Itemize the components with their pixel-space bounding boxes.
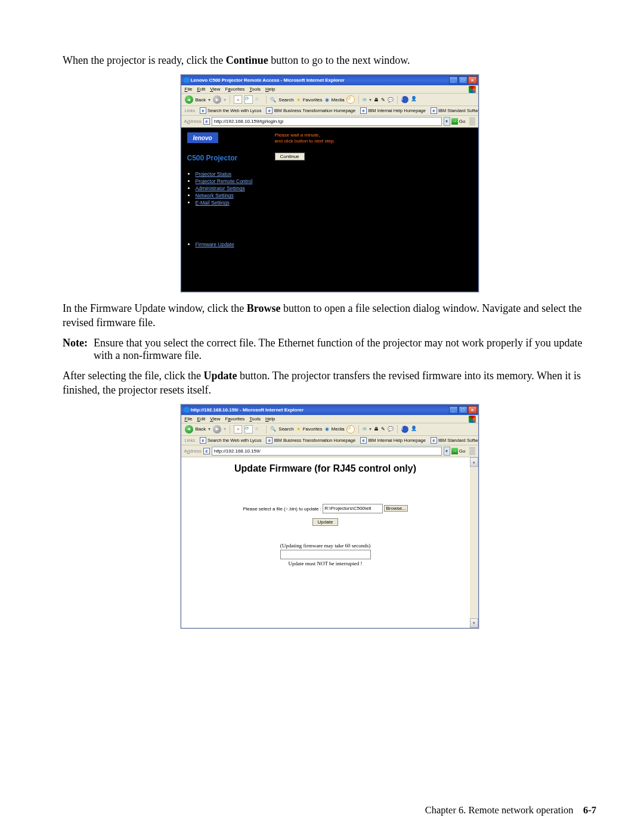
mail-icon[interactable]: ✉ bbox=[363, 97, 367, 103]
stop-icon[interactable]: × bbox=[234, 425, 242, 433]
link-biztrans[interactable]: eIBM Business Transformation Homepage bbox=[266, 437, 355, 444]
menu-file[interactable]: File bbox=[185, 416, 193, 422]
menu-tools[interactable]: Tools bbox=[249, 86, 261, 92]
nav-remote-control[interactable]: Projector Remote Control bbox=[196, 178, 253, 184]
go-label[interactable]: Go bbox=[459, 448, 466, 454]
home-icon[interactable]: ⌂ bbox=[255, 96, 262, 103]
discuss-icon[interactable]: 💬 bbox=[388, 97, 394, 103]
update-page: ▴ ▾ Update Firmware (for RJ45 control on… bbox=[181, 457, 478, 628]
para3: After selecting the file, click the Upda… bbox=[63, 369, 596, 397]
messenger-icon[interactable]: 👤 bbox=[411, 426, 418, 433]
note-label: Note: bbox=[63, 337, 94, 362]
search-label[interactable]: Search bbox=[278, 426, 293, 432]
browse-button[interactable]: Browse... bbox=[384, 505, 407, 512]
sidebar: lenovo C500 Projector Projector Status P… bbox=[181, 128, 269, 292]
favorites-icon[interactable]: ★ bbox=[296, 426, 301, 432]
refresh-icon[interactable]: ⟳ bbox=[244, 95, 253, 104]
refresh-icon[interactable]: ⟳ bbox=[244, 425, 253, 433]
forward-icon[interactable]: ► bbox=[213, 425, 221, 433]
print-icon[interactable]: 🖶 bbox=[374, 97, 379, 103]
search-label[interactable]: Search bbox=[278, 97, 293, 103]
link-help[interactable]: eIBM Internal Help Homepage bbox=[360, 107, 426, 114]
link-installer[interactable]: eIBM Standard Software Installer bbox=[431, 107, 478, 114]
menu-edit[interactable]: Edit bbox=[197, 416, 205, 422]
scrollbar[interactable]: ▴ ▾ bbox=[470, 457, 478, 628]
toolbar-2: ◄ Back ▾ ► ▾ × ⟳ ⌂ 🔍 Search ★ Favorites … bbox=[181, 423, 478, 436]
search-icon[interactable]: 🔍 bbox=[270, 426, 276, 432]
file-path-input[interactable] bbox=[323, 504, 383, 513]
back-label[interactable]: Back bbox=[196, 426, 206, 432]
media-label[interactable]: Media bbox=[332, 97, 345, 103]
favorites-icon[interactable]: ★ bbox=[296, 97, 301, 103]
address-dropdown[interactable]: ▾ bbox=[444, 117, 450, 126]
nav-projector-status[interactable]: Projector Status bbox=[196, 171, 231, 177]
go-label[interactable]: Go bbox=[459, 119, 466, 124]
maximize-button[interactable]: □ bbox=[459, 76, 467, 84]
nav-network-settings[interactable]: Network Settings bbox=[196, 193, 234, 199]
update-button[interactable]: Update bbox=[312, 518, 339, 526]
menu-file[interactable]: File bbox=[185, 86, 193, 92]
discuss-icon[interactable]: 💬 bbox=[388, 426, 394, 432]
forward-icon[interactable]: ► bbox=[213, 95, 221, 104]
media-icon[interactable]: ◉ bbox=[325, 426, 329, 432]
address-input-2[interactable] bbox=[212, 447, 442, 456]
go-icon[interactable]: → bbox=[451, 118, 458, 125]
minimize-button[interactable]: _ bbox=[449, 76, 458, 84]
menu-edit[interactable]: Edit bbox=[197, 86, 205, 92]
wait-message-2: and click button to next step. bbox=[275, 138, 472, 144]
progress-bar bbox=[280, 550, 371, 559]
info-icon[interactable]: i bbox=[401, 426, 408, 433]
print-icon[interactable]: 🖶 bbox=[374, 426, 379, 432]
home-icon[interactable]: ⌂ bbox=[255, 426, 262, 433]
link-help[interactable]: eIBM Internal Help Homepage bbox=[360, 437, 426, 444]
scroll-up-icon[interactable]: ▴ bbox=[470, 457, 478, 467]
back-icon[interactable]: ◄ bbox=[185, 425, 193, 433]
history-icon[interactable]: ↺ bbox=[346, 95, 355, 104]
menu-help[interactable]: Help bbox=[265, 416, 275, 422]
window-title-2: http://192.168.10.159/ - Microsoft Inter… bbox=[191, 407, 449, 413]
go-icon[interactable]: → bbox=[451, 448, 458, 454]
address-input[interactable] bbox=[212, 117, 442, 126]
maximize-button[interactable]: □ bbox=[459, 406, 467, 414]
edit-icon[interactable]: ✎ bbox=[381, 426, 385, 432]
link-installer[interactable]: eIBM Standard Software Installer bbox=[431, 437, 478, 444]
media-label[interactable]: Media bbox=[332, 426, 345, 432]
menu-bar: File Edit View Favorites Tools Help bbox=[181, 85, 478, 94]
toolbar: ◄ Back ▾ ► ▾ × ⟳ ⌂ 🔍 Search ★ Favorites … bbox=[181, 94, 478, 106]
stop-icon[interactable]: × bbox=[234, 95, 242, 104]
nav-firmware-update[interactable]: Firmware Update bbox=[196, 241, 234, 247]
nav-email-settings[interactable]: E-Mail Settings bbox=[196, 200, 230, 206]
address-bar: Address e ▾ → Go bbox=[181, 116, 478, 128]
menu-favorites[interactable]: Favorites bbox=[225, 86, 244, 92]
back-icon[interactable]: ◄ bbox=[185, 95, 193, 104]
menu-view[interactable]: View bbox=[210, 86, 220, 92]
link-lycos[interactable]: eSearch the Web with Lycos bbox=[200, 107, 261, 114]
menu-tools[interactable]: Tools bbox=[249, 416, 261, 422]
back-label[interactable]: Back bbox=[196, 97, 206, 103]
favorites-label[interactable]: Favorites bbox=[303, 426, 323, 432]
progress-caption: (Updating firmware may take 60 seconds) bbox=[181, 543, 470, 549]
history-icon[interactable]: ↺ bbox=[346, 425, 355, 433]
close-button[interactable]: × bbox=[468, 406, 477, 414]
menu-favorites[interactable]: Favorites bbox=[225, 416, 244, 422]
menu-help[interactable]: Help bbox=[265, 86, 275, 92]
edit-icon[interactable]: ✎ bbox=[381, 97, 385, 103]
link-lycos[interactable]: eSearch the Web with Lycos bbox=[200, 437, 261, 444]
address-bar-2: Address e ▾ → Go bbox=[181, 445, 478, 457]
title-bar-2: 🌐 http://192.168.10.159/ - Microsoft Int… bbox=[181, 405, 478, 415]
favorites-label[interactable]: Favorites bbox=[303, 97, 323, 103]
continue-button[interactable]: Continue bbox=[275, 153, 305, 160]
messenger-icon[interactable]: 👤 bbox=[411, 96, 418, 103]
mail-icon[interactable]: ✉ bbox=[363, 426, 367, 432]
scroll-down-icon[interactable]: ▾ bbox=[470, 618, 478, 628]
para2: In the Firmware Update window, click the… bbox=[63, 302, 596, 330]
minimize-button[interactable]: _ bbox=[449, 406, 458, 414]
menu-view[interactable]: View bbox=[210, 416, 220, 422]
info-icon[interactable]: i bbox=[401, 96, 408, 103]
media-icon[interactable]: ◉ bbox=[325, 97, 329, 103]
address-dropdown[interactable]: ▾ bbox=[444, 447, 450, 456]
nav-admin-settings[interactable]: Administrator Settings bbox=[196, 185, 245, 191]
search-icon[interactable]: 🔍 bbox=[270, 97, 276, 103]
close-button[interactable]: × bbox=[468, 76, 477, 84]
link-biztrans[interactable]: eIBM Business Transformation Homepage bbox=[266, 107, 355, 114]
